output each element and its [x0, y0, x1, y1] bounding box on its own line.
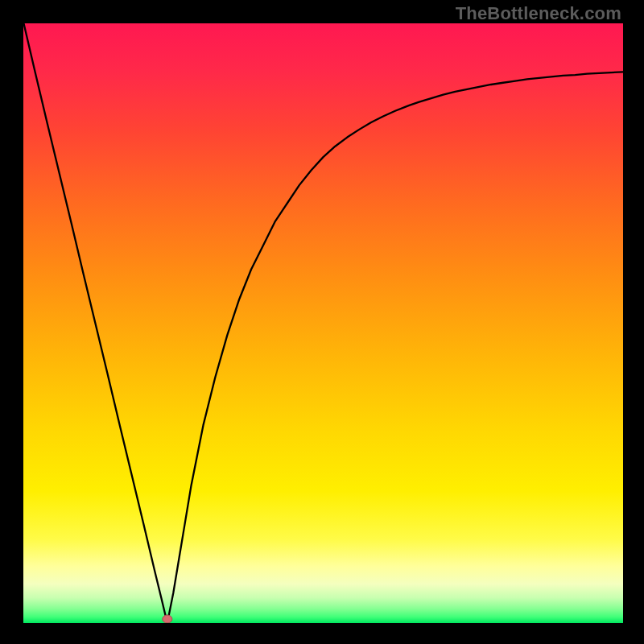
- minimum-marker: [163, 615, 172, 623]
- gradient-background: [23, 23, 623, 623]
- watermark-url[interactable]: TheBottleneck.com: [456, 3, 621, 24]
- plot-svg: [23, 23, 623, 623]
- chart-stage: TheBottleneck.com: [0, 0, 644, 644]
- plot-area: [23, 23, 623, 623]
